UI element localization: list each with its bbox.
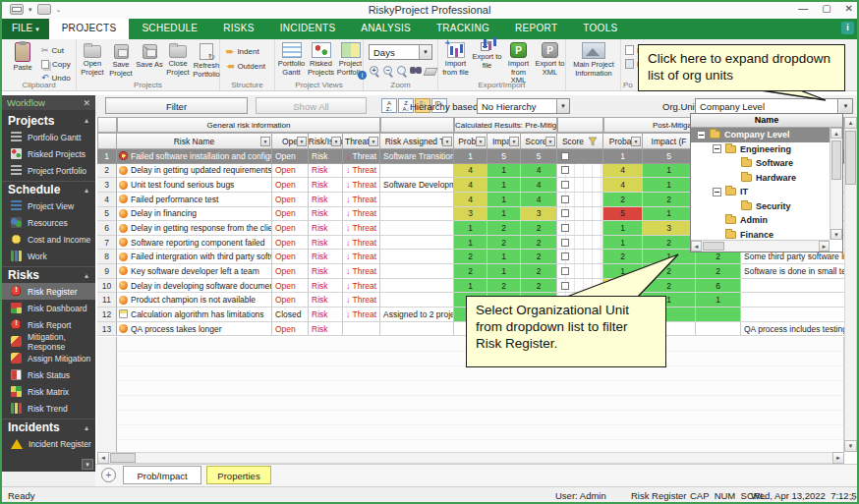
export-to-file-button[interactable]: Export to file: [472, 42, 502, 70]
copy-button[interactable]: Copy: [41, 58, 71, 70]
close-project-button[interactable]: Close Project: [164, 42, 192, 77]
score-checkbox[interactable]: [561, 166, 569, 174]
tab-tools[interactable]: TOOLS: [570, 19, 630, 39]
horizontal-scrollbar[interactable]: [97, 452, 844, 464]
close-icon[interactable]: ✕: [83, 98, 90, 108]
tab-projects[interactable]: PROJECTS: [49, 19, 130, 39]
tab-file[interactable]: FILE▾: [2, 19, 49, 39]
chevron-down-icon[interactable]: ▼: [631, 137, 641, 146]
sidebar-section-schedule[interactable]: Schedule▴: [2, 181, 95, 197]
project-portfolio-button[interactable]: Project Portfolio: [336, 42, 365, 77]
sidebar-item-risk-dashboard[interactable]: Risk Dashboard: [2, 300, 95, 316]
sidebar-item-risk-register[interactable]: Risk Register: [2, 283, 95, 300]
column-header-score[interactable]: Score (▼: [521, 133, 557, 149]
sidebar-item-risk-trend[interactable]: Risk Trend: [2, 400, 95, 417]
score-checkbox[interactable]: [561, 209, 569, 217]
hierarchy-select[interactable]: No Hierarchy▼: [477, 98, 570, 114]
portfolio-gantt-button[interactable]: Portfolio Gantt: [277, 42, 306, 77]
import-from-xml-button[interactable]: PImport from XML: [503, 42, 534, 85]
zoom-in-icon[interactable]: +: [369, 65, 379, 76]
resize-grip[interactable]: [846, 491, 856, 501]
tree-item-hardware[interactable]: Hardware: [691, 171, 842, 186]
sidebar-item-risked-projects[interactable]: Risked Projects: [2, 145, 95, 162]
tab-risks[interactable]: RISKS: [210, 19, 267, 39]
tree-column-header[interactable]: Name: [691, 114, 842, 128]
table-row[interactable]: 9Key software developer left a teamOpenR…: [97, 264, 844, 279]
sidebar-item-cost-and-income[interactable]: Cost and Income: [2, 231, 95, 248]
zoom-icon[interactable]: [396, 65, 407, 76]
dropdown-horizontal-scrollbar[interactable]: ◄ ►: [691, 240, 830, 252]
dropdown-vertical-scrollbar[interactable]: ▲ ▼: [830, 128, 842, 240]
find-icon[interactable]: [410, 66, 422, 76]
sidebar-collapse-icon[interactable]: ▾: [82, 459, 93, 470]
column-header-probal[interactable]: Probal▼: [454, 133, 487, 149]
score-checkbox[interactable]: [561, 282, 569, 290]
export-to-xml-button[interactable]: PExport to XML: [535, 42, 565, 77]
main-project-information-button[interactable]: Main Project Information: [569, 42, 618, 78]
score-checkbox[interactable]: [561, 239, 569, 247]
sidebar-item-assign-mitigation[interactable]: Assign Mitigation: [2, 350, 95, 366]
chevron-down-icon[interactable]: ▼: [509, 137, 519, 146]
sidebar-item-risk-report[interactable]: Risk Report: [2, 316, 95, 333]
refresh-portfolio-button[interactable]: Refresh Portfolio: [193, 42, 220, 79]
score-checkbox[interactable]: [561, 224, 569, 232]
column-header-threat-c[interactable]: Threat/C▼: [343, 133, 380, 149]
tree-item-it[interactable]: IT: [691, 185, 842, 199]
collapse-box-icon[interactable]: [713, 188, 721, 196]
info-icon[interactable]: i: [841, 22, 854, 34]
scroll-up-icon[interactable]: ▲: [844, 117, 857, 129]
score-checkbox[interactable]: [561, 181, 569, 189]
scroll-left-icon[interactable]: ◄: [97, 452, 109, 464]
open-project-button[interactable]: Open Project: [79, 42, 106, 77]
chevron-down-icon[interactable]: ▼: [331, 137, 341, 146]
sort-az-button[interactable]: AZ↓: [381, 98, 397, 113]
score-checkbox[interactable]: [561, 267, 569, 275]
sidebar-item-incident-register[interactable]: Incident Register: [2, 435, 95, 452]
chevron-down-icon[interactable]: ▼: [297, 137, 307, 146]
sidebar-item-portfolio-gantt[interactable]: Portfolio Gantt: [2, 129, 95, 145]
orgunit-dropdown-button[interactable]: ▼: [837, 98, 853, 114]
sidebar-item-work[interactable]: Work: [2, 248, 95, 264]
score-checkbox[interactable]: [561, 152, 569, 160]
sidebar-item-risk-status[interactable]: Risk Status: [2, 366, 95, 383]
erase-icon[interactable]: [424, 68, 438, 76]
sidebar-item-risk-matrix[interactable]: Risk Matrix: [2, 383, 95, 400]
tab-schedule[interactable]: SCHEDULE: [129, 19, 210, 39]
filter-funnel-icon[interactable]: [588, 137, 598, 146]
sidebar-item-mitigation-response[interactable]: Mitigation, Response: [2, 333, 95, 350]
orgunit-select[interactable]: Company Level: [695, 98, 852, 114]
tab-prob-impact[interactable]: Prob/Impact: [123, 466, 201, 484]
column-header-impac[interactable]: Impac▼: [487, 133, 521, 149]
sidebar-section-incidents[interactable]: Incidents▴: [2, 419, 95, 435]
chevron-down-icon[interactable]: ▼: [260, 137, 270, 146]
cut-button[interactable]: ✂Cut: [41, 44, 64, 56]
column-header-ope[interactable]: Ope▼: [272, 133, 309, 149]
sidebar-section-risks[interactable]: Risks▴: [2, 266, 95, 283]
show-all-button[interactable]: Show All: [256, 97, 367, 114]
tree-item-company-level[interactable]: Company Level: [691, 128, 842, 142]
column-header-score[interactable]: Score: [557, 133, 603, 149]
maximize-button[interactable]: ▢: [822, 3, 830, 14]
add-sheet-button[interactable]: +: [101, 468, 116, 482]
chevron-down-icon[interactable]: ▼: [476, 137, 486, 146]
score-checkbox[interactable]: [561, 252, 569, 260]
chevron-down-icon[interactable]: ▼: [369, 137, 378, 146]
column-header-risk-assigned-to[interactable]: Risk Assigned To▼: [380, 133, 454, 149]
tab-report[interactable]: REPORT: [502, 19, 570, 39]
save-project-button[interactable]: Save Project: [107, 42, 135, 78]
tree-item-engineering[interactable]: Engineering: [691, 142, 842, 157]
sidebar-item-project-portfolio[interactable]: Project Portfolio: [2, 162, 95, 179]
scroll-left-icon[interactable]: ◄: [691, 241, 702, 252]
zoom-out-icon[interactable]: −: [382, 65, 393, 76]
tab-incidents[interactable]: INCIDENTS: [267, 19, 349, 39]
score-checkbox[interactable]: [561, 196, 569, 203]
scroll-right-icon[interactable]: ►: [832, 452, 844, 464]
sidebar-item-resources[interactable]: Resources: [2, 214, 95, 231]
collapse-box-icon[interactable]: [697, 131, 706, 140]
tab-properties[interactable]: Properties: [206, 466, 271, 484]
tab-analysis[interactable]: ANALYSIS: [348, 19, 424, 39]
column-header-probab[interactable]: Probab▼: [603, 133, 643, 149]
filter-button[interactable]: Filter: [105, 97, 248, 114]
tree-item-software[interactable]: Software: [691, 156, 842, 171]
scroll-down-icon[interactable]: ▼: [830, 229, 842, 240]
